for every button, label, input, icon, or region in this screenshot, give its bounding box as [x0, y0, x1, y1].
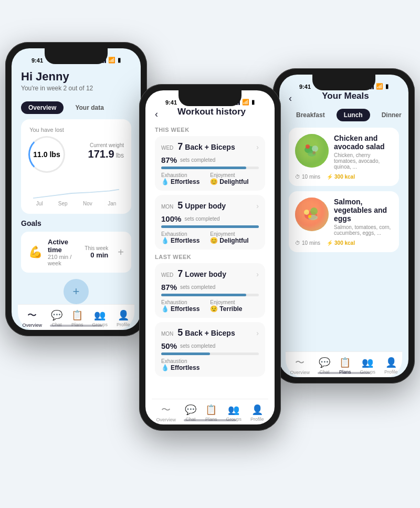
progress-label-4: sets completed — [180, 343, 215, 349]
right-wifi-icon: 📶 — [376, 83, 383, 90]
left-phone: 9:41 📶 ▮ Hi Jenny You're in week 2 out o… — [5, 42, 147, 336]
tab-your-data[interactable]: Your data — [68, 101, 111, 114]
meal-time-2: ⏱ 10 mins — [295, 240, 320, 246]
stats-row2-3: Exhaustion 💧 Effortless Enjoyment 😟 Terr… — [161, 299, 259, 313]
exhaustion-emoji-2: 💧 — [161, 237, 169, 244]
current-weight-label: Current weight — [88, 142, 124, 148]
workout-date-3: WED 7 — [161, 268, 183, 279]
goals-title: Goals — [21, 219, 131, 227]
salmon-svg — [295, 198, 329, 231]
tab-breakfast[interactable]: Breakfast — [289, 109, 332, 121]
goal-info: Active time 210 min / week — [48, 238, 79, 266]
enjoyment-emoji-1: 😊 — [210, 178, 218, 185]
progress-bar-bg-3 — [161, 294, 259, 296]
fab-button[interactable]: + — [64, 279, 89, 304]
meal-name-1: Chicken and avocado salad — [334, 134, 393, 151]
exhaustion-emoji-1: 💧 — [161, 178, 169, 185]
goal-right: This week 0 min — [85, 245, 108, 259]
right-notch — [312, 75, 375, 90]
workout-day-1: WED — [161, 145, 173, 151]
tab-overview[interactable]: Overview — [21, 101, 64, 114]
battery-icon: ▮ — [118, 57, 121, 64]
progress-label-1: sets completed — [180, 157, 215, 163]
workout-chevron-4: › — [256, 329, 259, 337]
center-nav-profile-label: Profile — [250, 417, 264, 422]
svg-point-2 — [312, 146, 318, 152]
center-profile-icon: 👤 — [251, 404, 263, 416]
stats-row2-4: Exhaustion 💧 Effortless — [161, 358, 259, 371]
exhaustion-label-1: Exhaustion — [161, 172, 200, 178]
lost-value: 11.0 lbs — [33, 150, 60, 159]
exhaustion-val-1: 💧 Effortless — [161, 178, 200, 185]
tab-dinner[interactable]: Dinner — [374, 109, 408, 121]
tab-lunch[interactable]: Lunch — [337, 109, 370, 121]
meal-card-top-2: Salmon, vegetables and eggs Salmon, toma… — [295, 198, 393, 236]
center-chat-icon: 💬 — [185, 404, 196, 416]
nav-profile-label: Profile — [117, 322, 130, 327]
progress-bar-bg-4 — [161, 353, 259, 355]
goal-this-week-label: This week — [85, 245, 108, 251]
meal-card-1[interactable]: Chicken and avocado salad Chicken, cherr… — [289, 128, 399, 186]
right-home-indicator — [318, 372, 370, 374]
center-phone-screen: 9:41 📶 ▮ ‹ Workout history T — [145, 90, 275, 424]
right-nav-profile[interactable]: 👤 Profile — [384, 357, 398, 375]
workout-day-4: MON — [161, 331, 173, 337]
svg-point-5 — [308, 151, 316, 157]
nav-overview-label: Overview — [22, 323, 42, 328]
greeting-name: Hi Jenny — [21, 70, 131, 84]
lost-section: You have lost 11.0 lbs — [28, 127, 65, 176]
workout-date-num-3: 7 — [177, 268, 183, 279]
greeting-subtitle: You're in week 2 out of 12 — [21, 85, 131, 92]
meal-card-2[interactable]: Salmon, vegetables and eggs Salmon, toma… — [289, 191, 399, 252]
meals-title: Your Meals — [292, 91, 399, 101]
meal-details-2: Salmon, vegetables and eggs Salmon, toma… — [334, 198, 393, 236]
goal-add-button[interactable]: + — [118, 246, 124, 258]
meal-image-salad — [295, 134, 329, 168]
workout-date-num-1: 7 — [177, 141, 183, 152]
workout-item-4[interactable]: MON 5 Back + Biceps › 50% sets completed… — [155, 322, 265, 377]
exhaustion-label-4: Exhaustion — [161, 358, 200, 364]
meal-time-1: ⏱ 10 mins — [295, 174, 320, 180]
chart-labels: Jul Sep Nov Jan — [28, 201, 124, 206]
chat-icon: 💬 — [51, 309, 62, 321]
meal-name-2: Salmon, vegetables and eggs — [334, 198, 393, 223]
enjoyment-val-2: 😊 Delightful — [210, 237, 248, 244]
right-nav-overview[interactable]: 〜 Overview — [290, 356, 310, 375]
workout-date-2: MON 5 — [161, 200, 183, 211]
progress-label-3: sets completed — [180, 284, 215, 290]
progress-row-3: 87% sets completed — [161, 283, 259, 292]
progress-pct-2: 100% — [161, 214, 181, 223]
center-nav-profile[interactable]: 👤 Profile — [250, 404, 264, 422]
lost-circle: 11.0 lbs — [28, 136, 65, 173]
greeting-section: Hi Jenny You're in week 2 out of 12 — [21, 65, 131, 96]
exhaustion-1: Exhaustion 💧 Effortless — [161, 172, 200, 185]
home-indicator — [50, 325, 102, 327]
workout-item-2[interactable]: MON 5 Upper body › 100% sets completed E… — [155, 195, 265, 250]
goals-section: Goals 💪 Active time 210 min / week This … — [21, 219, 131, 273]
energy-icon-2: ⚡ — [327, 240, 333, 246]
center-nav-overview[interactable]: 〜 Overview — [156, 403, 176, 422]
center-content: 9:41 📶 ▮ ‹ Workout history T — [145, 90, 275, 424]
energy-icon-1: ⚡ — [327, 174, 333, 180]
workout-item-3[interactable]: WED 7 Lower body › 87% sets completed Ex… — [155, 263, 265, 318]
salad-svg — [295, 134, 329, 168]
nav-overview[interactable]: 〜 Overview — [22, 309, 42, 328]
workout-item-1[interactable]: WED 7 Back + Biceps › 87% sets completed… — [155, 136, 265, 191]
workout-chevron-2: › — [256, 202, 259, 210]
progress-pct-4: 50% — [161, 341, 177, 350]
status-time: 9:41 — [32, 57, 43, 64]
right-header: ‹ Your Meals — [289, 91, 399, 107]
exhaustion-label-2: Exhaustion — [161, 231, 200, 237]
progress-bar-bg-1 — [161, 167, 259, 169]
meal-image-salmon — [295, 198, 329, 231]
exhaustion-val-4: 💧 Effortless — [161, 364, 200, 371]
right-overview-icon: 〜 — [295, 356, 304, 369]
nav-profile[interactable]: 👤 Profile — [117, 309, 130, 327]
wifi-icon: 📶 — [108, 57, 116, 64]
workout-header-3: WED 7 Lower body › — [161, 268, 259, 279]
center-battery-icon: ▮ — [251, 99, 255, 106]
exhaustion-4: Exhaustion 💧 Effortless — [161, 358, 200, 371]
right-status-time: 9:41 — [299, 84, 311, 90]
workout-day-3: WED — [161, 272, 173, 278]
overview-icon: 〜 — [27, 309, 37, 322]
